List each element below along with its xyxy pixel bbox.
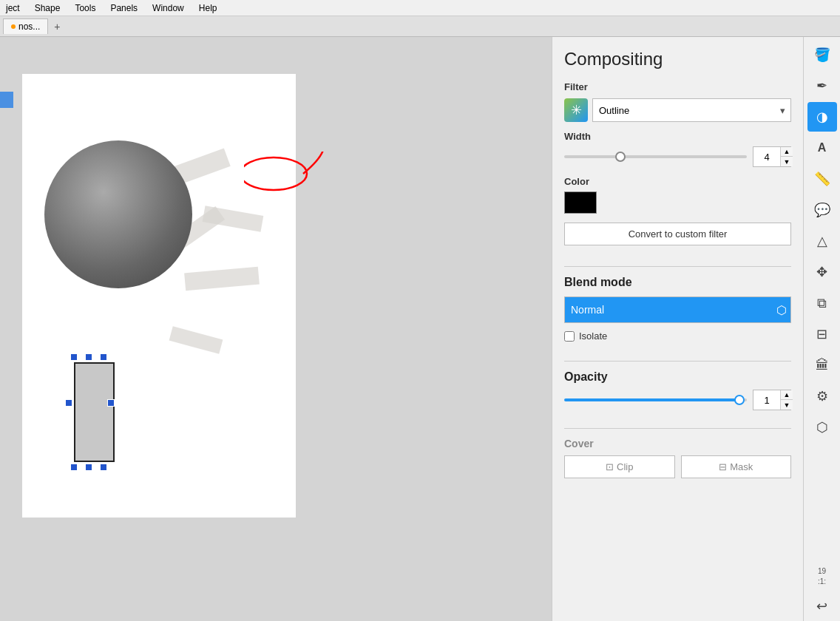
filter-icon [564,98,588,122]
opacity-decrement[interactable]: ▼ [781,400,793,410]
width-decrement[interactable]: ▼ [781,157,793,166]
move-tool[interactable]: ✥ [807,257,837,287]
right-toolbar: 🪣 ✒ ◑ A 📏 💬 △ ✥ ⧉ ⊟ 🏛 ⚙ ⬡ 19 :1: ↩ [803,37,840,621]
clip-label: Clip [617,461,633,472]
divider-1 [564,266,791,267]
width-spinner-btns: ▲ ▼ [780,147,793,166]
export-tool[interactable]: ⬡ [807,413,837,442]
ruler-tool[interactable]: 📏 [807,164,837,194]
width-spinner: ▲ ▼ [753,146,791,167]
cover-buttons: ⊡ Clip ⊟ Mask [564,455,791,478]
menu-item-shape[interactable]: Shape [32,3,64,13]
menubar: ject Shape Tools Panels Window Help [0,0,840,16]
compositing-panel: Compositing Filter Outline None Blur Dro… [552,37,803,621]
tabbar: nos... + [0,16,840,37]
color-label: Color [564,176,791,187]
deco-rect-3 [184,267,260,291]
new-tab-button[interactable]: + [48,18,66,35]
isolate-label: Isolate [579,330,607,342]
handle-tl[interactable] [70,353,78,361]
opacity-increment[interactable]: ▲ [781,390,793,400]
opacity-thumb[interactable] [734,395,745,405]
triangle-tool[interactable]: △ [807,226,837,256]
clip-icon: ⊡ [606,461,614,472]
blend-mode-select[interactable]: Normal Multiply Screen Overlay Darken Li… [564,296,791,323]
left-tab[interactable] [0,92,13,108]
unsaved-indicator [11,24,16,29]
isolate-checkbox[interactable] [564,331,575,342]
tab-name: nos... [18,21,40,32]
filter-select-wrap: Outline None Blur Drop Shadow [592,98,791,122]
handle-tr[interactable] [100,353,107,361]
handle-br[interactable] [100,464,107,471]
deco-rect-4 [169,326,223,353]
opacity-spinner-btns: ▲ ▼ [780,390,793,410]
handle-tm[interactable] [85,353,92,361]
mask-button[interactable]: ⊟ Mask [681,455,792,478]
compositing-tool[interactable]: ◑ [807,102,837,132]
document-tab[interactable]: nos... [3,18,48,34]
divider-3 [564,428,791,429]
width-slider-row: ▲ ▼ [564,146,791,167]
layers-tool[interactable]: ⧉ [807,288,837,318]
mask-label: Mask [730,461,753,472]
width-track [564,155,747,158]
library-tool[interactable]: 🏛 [807,350,837,380]
text-tool[interactable]: A [807,133,837,163]
opacity-track [564,398,747,401]
opacity-label: Opacity [564,370,791,384]
mask-icon: ⊟ [719,461,727,472]
divider-2 [564,361,791,362]
filter-label: Filter [564,81,791,92]
width-thumb[interactable] [615,152,626,162]
opacity-slider-row: ▲ ▼ [564,390,791,410]
width-input[interactable] [753,147,780,166]
handle-bm[interactable] [85,464,92,471]
selected-object[interactable] [67,355,122,469]
blend-mode-select-wrap: Normal Multiply Screen Overlay Darken Li… [564,296,791,323]
menu-item-object[interactable]: ject [3,3,23,13]
color-swatch[interactable] [564,191,597,214]
cover-label: Cover [564,438,791,449]
handle-ml[interactable] [65,399,72,407]
panel-title: Compositing [564,49,791,69]
opacity-input[interactable] [753,390,780,410]
grid-tool[interactable]: ⊟ [807,319,837,349]
main-area: Compositing Filter Outline None Blur Dro… [0,37,840,621]
opacity-slider[interactable] [564,394,747,406]
selected-object-body [74,362,115,462]
menu-item-tools[interactable]: Tools [72,3,98,13]
menu-item-window[interactable]: Window [149,3,187,13]
blend-mode-label: Blend mode [564,276,791,289]
clip-button[interactable]: ⊡ Clip [564,455,675,478]
zoom-info: 19 :1: [815,563,829,590]
filter-row: Outline None Blur Drop Shadow [564,98,791,122]
paint-bucket-tool[interactable]: 🪣 [807,40,837,69]
pen-tool[interactable]: ✒ [807,71,837,101]
settings-tool[interactable]: ⚙ [807,381,837,411]
handle-mr[interactable] [107,399,115,407]
handle-bl[interactable] [70,464,78,471]
width-increment[interactable]: ▲ [781,147,793,157]
opacity-spinner: ▲ ▼ [753,390,791,410]
canvas[interactable] [22,74,296,518]
canvas-area[interactable] [0,37,552,621]
menu-item-help[interactable]: Help [196,3,220,13]
undo-tool[interactable]: ↩ [807,591,837,621]
comment-tool[interactable]: 💬 [807,195,837,225]
width-label: Width [564,131,791,142]
menu-item-panels[interactable]: Panels [107,3,140,13]
width-slider[interactable] [564,151,747,163]
filter-select[interactable]: Outline None Blur Drop Shadow [592,98,791,122]
convert-button[interactable]: Convert to custom filter [564,223,791,245]
sphere-object[interactable] [44,140,192,288]
isolate-row: Isolate [564,330,791,342]
